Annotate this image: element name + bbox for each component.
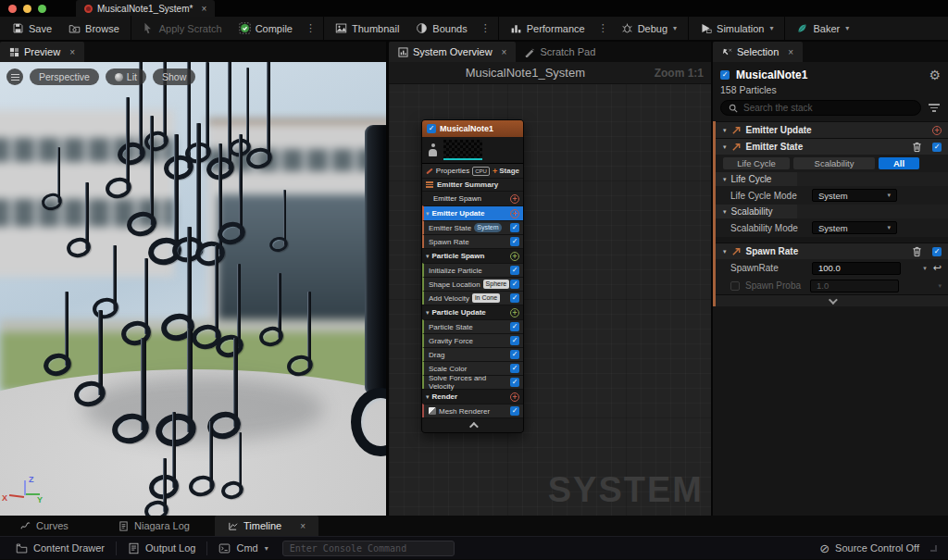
node-graph-canvas[interactable]: MusicalNote1_System Zoom 1:1 SYSTEM ✓ Mu…	[389, 62, 711, 516]
preview-viewport[interactable]: Perspective Lit Show Z Y X	[0, 62, 386, 516]
add-module-button[interactable]: +	[510, 194, 519, 204]
tab-niagara-log[interactable]: Niagara Log	[106, 516, 213, 536]
module-enabled-checkbox[interactable]: ✓	[510, 322, 519, 331]
tab-system-overview[interactable]: System Overview ×	[389, 42, 516, 62]
perspective-button[interactable]: Perspective	[30, 68, 99, 85]
node-row-render[interactable]: ▾Render+	[422, 389, 523, 404]
tab-timeline[interactable]: Timeline ×	[215, 516, 318, 536]
module-enabled-checkbox[interactable]: ✓	[510, 378, 519, 387]
node-row-initialize-particle[interactable]: Initialize Particle✓	[422, 263, 523, 277]
spawn-probability-checkbox[interactable]	[730, 281, 740, 291]
chevron-down-icon[interactable]: ▾	[426, 309, 430, 317]
chevron-down-icon[interactable]: ▾	[723, 176, 727, 183]
node-row-scale-color[interactable]: Scale Color✓	[422, 361, 523, 375]
material-thumbnail[interactable]	[443, 140, 482, 160]
stack-search-input[interactable]	[743, 103, 913, 113]
tab-curves[interactable]: Curves	[7, 516, 104, 536]
compile-options-icon[interactable]: ⋮	[301, 22, 320, 34]
thumbnail-button[interactable]: Thumbnail	[327, 16, 407, 41]
save-button[interactable]: Save	[4, 16, 60, 41]
module-enabled-checkbox[interactable]: ✓	[510, 223, 519, 232]
stack-header-emitter-state[interactable]: ▾ Emitter State ✓	[716, 138, 948, 155]
module-enabled-checkbox[interactable]: ✓	[510, 406, 519, 416]
close-icon[interactable]: ×	[69, 47, 75, 57]
chevron-down-icon[interactable]: ▾	[723, 208, 727, 216]
chevron-down-icon[interactable]: ▾	[426, 253, 430, 260]
trash-icon[interactable]	[912, 246, 922, 257]
filter-tab-scalability[interactable]: Scalability	[793, 157, 875, 169]
stack-header-emitter-update[interactable]: ▾ Emitter Update +	[716, 121, 948, 138]
scalability-mode-dropdown[interactable]: System ▾	[812, 221, 897, 234]
tab-selection[interactable]: Selection ×	[713, 42, 803, 62]
node-properties-row[interactable]: Properties CPU + Stage	[422, 163, 523, 178]
bounds-options-icon[interactable]: ⋮	[476, 22, 495, 34]
cmd-button[interactable]: Cmd▾	[210, 537, 276, 560]
output-log-button[interactable]: Output Log	[119, 537, 204, 560]
node-row-emitter-update[interactable]: ▾Emitter Update+	[422, 205, 523, 220]
stack-search-box[interactable]	[720, 100, 921, 116]
browse-button[interactable]: Browse	[60, 16, 128, 41]
node-row-shape-location[interactable]: Shape LocationSphere✓	[422, 277, 523, 291]
life-cycle-mode-dropdown[interactable]: System ▾	[812, 189, 897, 202]
node-row-emitter-summary[interactable]: Emitter Summary	[422, 178, 523, 191]
node-row-particle-state[interactable]: Particle State✓	[422, 319, 523, 333]
node-row-emitter-spawn[interactable]: Emitter Spawn+	[422, 191, 523, 205]
emitter-node[interactable]: ✓ MusicalNote1 Properties CPU + Stage	[421, 119, 524, 433]
spawn-rate-input[interactable]: 100.0	[812, 262, 901, 275]
maximize-window-button[interactable]	[38, 5, 46, 13]
node-row-spawn-rate[interactable]: Spawn Rate✓	[422, 234, 523, 248]
simulation-button[interactable]: Simulation▾	[692, 16, 781, 41]
add-module-button[interactable]: +	[932, 126, 942, 135]
resize-grip[interactable]	[930, 545, 937, 552]
add-module-button[interactable]: +	[510, 392, 519, 402]
module-enabled-checkbox[interactable]: ✓	[510, 280, 519, 289]
add-module-button[interactable]: +	[510, 209, 519, 218]
trash-icon[interactable]	[912, 142, 922, 153]
chevron-down-icon[interactable]: ▾	[923, 265, 927, 272]
baker-button[interactable]: Baker▾	[788, 16, 857, 41]
node-row-add-velocity[interactable]: Add Velocityin Cone✓	[422, 291, 523, 305]
add-stage-button[interactable]: + Stage	[493, 167, 519, 176]
module-enabled-checkbox[interactable]: ✓	[510, 237, 519, 246]
category-scalability[interactable]: ▾ Scalability	[716, 205, 948, 218]
module-enabled-checkbox[interactable]: ✓	[932, 143, 942, 152]
emitter-enabled-checkbox[interactable]: ✓	[427, 124, 436, 133]
add-module-button[interactable]: +	[510, 308, 519, 317]
module-enabled-checkbox[interactable]: ✓	[932, 247, 942, 256]
chevron-down-icon[interactable]: ▾	[426, 210, 430, 218]
content-drawer-button[interactable]: Content Drawer	[7, 537, 113, 560]
module-enabled-checkbox[interactable]: ✓	[510, 364, 519, 373]
node-row-particle-update[interactable]: ▾Particle Update+	[422, 305, 523, 319]
category-life-cycle[interactable]: ▾ Life Cycle	[716, 172, 948, 186]
bounds-button[interactable]: Bounds	[407, 16, 475, 41]
tab-preview[interactable]: Preview ×	[0, 42, 84, 62]
filter-tab-all[interactable]: All	[879, 157, 919, 169]
add-module-button[interactable]: +	[510, 252, 519, 261]
reset-to-default-icon[interactable]: ↩	[933, 262, 942, 274]
apply-scratch-button[interactable]: Apply Scratch	[134, 16, 231, 41]
module-enabled-checkbox[interactable]: ✓	[510, 266, 519, 275]
close-icon[interactable]: ×	[502, 47, 507, 57]
node-row-gravity-force[interactable]: Gravity Force✓	[422, 333, 523, 347]
lit-button[interactable]: Lit	[106, 68, 146, 85]
asset-tab[interactable]: MusicalNote1_System* ×	[76, 0, 215, 17]
node-row-mesh-renderer[interactable]: Mesh Renderer✓	[422, 404, 523, 417]
node-row-drag[interactable]: Drag✓	[422, 347, 523, 361]
chevron-down-icon[interactable]: ▾	[426, 393, 430, 401]
node-collapse-button[interactable]	[422, 417, 523, 432]
close-icon[interactable]: ×	[201, 4, 206, 14]
module-enabled-checkbox[interactable]: ✓	[510, 293, 519, 303]
module-enabled-checkbox[interactable]: ✓	[510, 350, 519, 359]
module-enabled-checkbox[interactable]: ✓	[510, 336, 519, 345]
stack-header-spawn-rate[interactable]: ▾ Spawn Rate ✓	[716, 243, 948, 259]
minimize-window-button[interactable]	[23, 5, 31, 13]
stack-expander-button[interactable]	[716, 294, 948, 306]
close-icon[interactable]: ×	[300, 521, 306, 531]
chevron-down-icon[interactable]: ▾	[723, 248, 727, 255]
viewport-menu-button[interactable]	[6, 68, 23, 85]
console-command-input[interactable]	[290, 543, 447, 554]
chevron-down-icon[interactable]: ▾	[723, 143, 727, 151]
filter-tab-life-cycle[interactable]: Life Cycle	[723, 157, 790, 169]
gear-icon[interactable]: ⚙	[929, 68, 941, 81]
show-button[interactable]: Show	[153, 68, 195, 85]
